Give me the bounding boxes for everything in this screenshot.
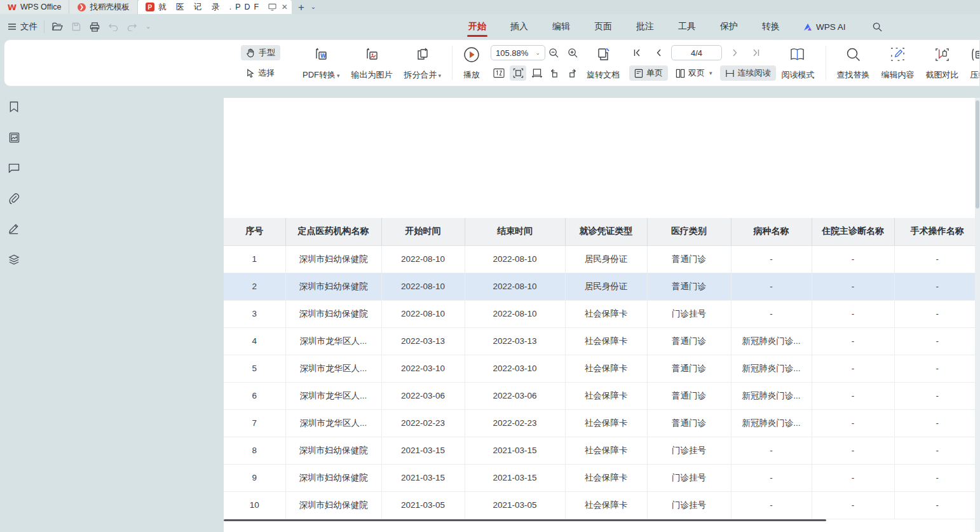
tab-list-chevron-icon[interactable]: ⌄ bbox=[311, 4, 316, 10]
new-tab-icon[interactable]: + bbox=[298, 2, 304, 13]
menu-tab-tools[interactable]: 工具 bbox=[677, 15, 697, 38]
single-page-icon bbox=[634, 69, 643, 78]
table-cell: - bbox=[731, 491, 812, 519]
zoom-level-select[interactable]: 105.88% ⌄ bbox=[491, 45, 545, 60]
menu-tab-insert[interactable]: 插入 bbox=[509, 15, 529, 38]
table-cell: 2021-03-15 bbox=[381, 464, 465, 491]
menu-tab-edit[interactable]: 编辑 bbox=[551, 15, 571, 38]
table-cell: 社会保障卡 bbox=[565, 300, 647, 327]
fit-width-button[interactable] bbox=[529, 65, 545, 81]
rotate-left-button[interactable] bbox=[545, 65, 562, 81]
wps-ai-button[interactable]: WPS AI bbox=[803, 22, 846, 32]
rotate-right-button[interactable] bbox=[564, 65, 581, 81]
tab-wps-home[interactable]: W WPS Office bbox=[0, 0, 69, 14]
table-cell: - bbox=[731, 300, 812, 327]
edit-content-button[interactable]: 编辑内容 bbox=[876, 44, 920, 82]
table-cell: - bbox=[894, 355, 980, 382]
save-icon[interactable] bbox=[72, 22, 81, 31]
bookmarks-panel-icon[interactable] bbox=[6, 99, 22, 114]
table-cell: - bbox=[894, 382, 980, 409]
page-number-input[interactable] bbox=[671, 45, 722, 60]
read-mode-button[interactable]: 阅读模式 bbox=[776, 44, 820, 82]
print-icon[interactable] bbox=[90, 22, 100, 32]
tab-label: 就 医 记 录 .PDF bbox=[158, 2, 262, 13]
table-row: 3深圳市妇幼保健院2022-08-102022-08-10社会保障卡门诊挂号--… bbox=[224, 300, 980, 327]
table-cell: 6 bbox=[224, 382, 285, 409]
menu-search-icon[interactable] bbox=[873, 22, 882, 32]
table-cell: - bbox=[812, 273, 894, 300]
attachments-panel-icon[interactable] bbox=[6, 191, 22, 206]
column-header: 定点医药机构名称 bbox=[285, 218, 381, 245]
last-page-button[interactable] bbox=[747, 45, 764, 60]
window-tabbar: W WPS Office ❯ 找稻壳模板 P 就 医 记 录 .PDF ✕ + … bbox=[0, 0, 980, 14]
table-cell: - bbox=[894, 327, 980, 355]
thumbnails-panel-icon[interactable] bbox=[6, 130, 22, 145]
table-cell: - bbox=[731, 273, 812, 300]
column-header: 病种名称 bbox=[731, 218, 812, 245]
menu-tab-page[interactable]: 页面 bbox=[593, 15, 613, 38]
select-tool-button[interactable]: 选择 bbox=[241, 65, 280, 81]
zoom-out-icon bbox=[548, 48, 559, 58]
table-cell: 2022-03-10 bbox=[381, 355, 465, 382]
table-cell: 9 bbox=[224, 464, 285, 491]
column-header: 住院主诊断名称 bbox=[812, 218, 894, 245]
split-merge-button[interactable]: 拆分合并▾ bbox=[398, 44, 447, 82]
table-cell: 2022-02-23 bbox=[381, 409, 465, 437]
table-row: 5深圳市龙华区人...2022-03-102022-03-10社会保障卡普通门诊… bbox=[224, 355, 980, 382]
table-cell: - bbox=[731, 437, 812, 464]
screenshot-compare-button[interactable]: 截图对比 bbox=[920, 44, 965, 82]
present-monitor-icon[interactable] bbox=[268, 3, 276, 11]
tab-docer-templates[interactable]: ❯ 找稻壳模板 bbox=[69, 0, 138, 14]
table-cell: 2021-03-15 bbox=[465, 464, 565, 491]
qat-customize-chevron-icon[interactable]: ⌄ bbox=[146, 24, 151, 30]
sign-panel-icon[interactable] bbox=[6, 221, 22, 236]
layers-panel-icon[interactable] bbox=[6, 252, 22, 267]
play-button[interactable]: 播放 bbox=[458, 44, 486, 82]
tab-document-pdf[interactable]: P 就 医 记 录 .PDF ✕ bbox=[138, 0, 292, 14]
table-cell: 2022-08-10 bbox=[465, 300, 565, 327]
menu-tab-annotate[interactable]: 批注 bbox=[635, 15, 655, 38]
table-cell: - bbox=[812, 491, 894, 519]
edit-content-icon bbox=[890, 47, 906, 62]
scrollbar-thumb[interactable] bbox=[976, 100, 979, 208]
open-file-icon[interactable] bbox=[52, 22, 63, 31]
zoom-in-button[interactable] bbox=[564, 45, 581, 60]
undo-icon[interactable] bbox=[109, 23, 118, 31]
table-cell: 2022-08-10 bbox=[465, 273, 565, 300]
menu-tab-home[interactable]: 开始 bbox=[467, 15, 487, 38]
continuous-read-button[interactable]: 连续阅读 bbox=[720, 65, 776, 81]
menu-tab-protect[interactable]: 保护 bbox=[719, 15, 739, 38]
read-mode-icon bbox=[790, 48, 806, 62]
next-page-button[interactable] bbox=[726, 45, 743, 60]
table-cell: 2022-08-10 bbox=[381, 300, 465, 327]
rotate-document-button[interactable]: 旋转文档 bbox=[581, 44, 625, 82]
close-tab-icon[interactable]: ✕ bbox=[282, 3, 288, 11]
zoom-out-button[interactable] bbox=[545, 45, 562, 60]
zoom-level-value: 105.88% bbox=[496, 48, 528, 58]
first-page-button[interactable] bbox=[629, 45, 646, 60]
double-page-view-button[interactable]: 双页 ▾ bbox=[670, 65, 718, 81]
hand-tool-button[interactable]: 手型 bbox=[241, 45, 280, 60]
redo-icon[interactable] bbox=[127, 23, 137, 31]
pdf-convert-button[interactable]: W PDF转换▾ bbox=[297, 44, 346, 82]
compress-button[interactable]: 压缩 bbox=[965, 44, 980, 82]
table-cell: - bbox=[812, 409, 894, 437]
table-cell: 2021-03-15 bbox=[465, 437, 565, 464]
table-cell: 2 bbox=[224, 273, 285, 300]
table-cell: 8 bbox=[224, 437, 285, 464]
table-cell: - bbox=[894, 300, 980, 327]
export-as-image-button[interactable]: 输出为图片 bbox=[346, 44, 398, 82]
menu-tab-convert[interactable]: 转换 bbox=[761, 15, 781, 38]
actual-size-button[interactable] bbox=[491, 65, 507, 81]
vertical-scrollbar[interactable] bbox=[975, 98, 980, 532]
document-page: 序号定点医药机构名称开始时间结束时间就诊凭证类型医疗类别病种名称住院主诊断名称手… bbox=[224, 98, 980, 532]
previous-page-button[interactable] bbox=[650, 45, 667, 60]
table-cell: 居民身份证 bbox=[565, 273, 647, 300]
file-menu-button[interactable]: 文件 bbox=[0, 21, 44, 32]
comments-panel-icon[interactable] bbox=[6, 160, 22, 175]
single-page-view-button[interactable]: 单页 bbox=[629, 65, 668, 81]
table-cell: - bbox=[812, 437, 894, 464]
pdf-table: 序号定点医药机构名称开始时间结束时间就诊凭证类型医疗类别病种名称住院主诊断名称手… bbox=[224, 218, 980, 519]
fit-page-button[interactable] bbox=[510, 65, 526, 81]
find-replace-button[interactable]: 查找替换 bbox=[831, 44, 876, 82]
